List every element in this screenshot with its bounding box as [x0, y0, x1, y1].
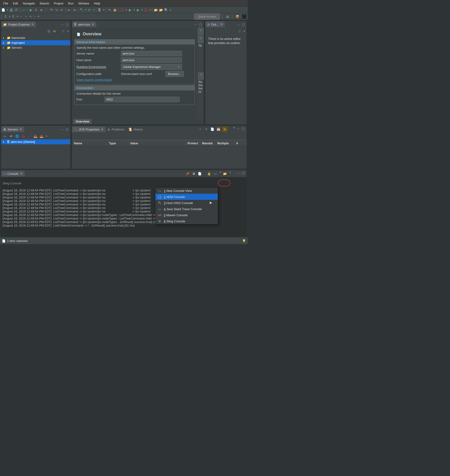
minimize-icon[interactable]: – — [60, 23, 64, 26]
fwd-hist-icon[interactable]: → — [32, 14, 37, 19]
maximize-icon[interactable]: ▢ — [65, 128, 69, 131]
nav-back-icon[interactable]: ⇤ — [67, 8, 71, 12]
globe-icon[interactable]: 🌐 — [15, 134, 19, 138]
stop-icon[interactable]: ■ — [39, 8, 44, 12]
nav-fwd-icon[interactable]: ⇥ — [72, 8, 77, 12]
run-last-icon[interactable]: ▶ — [128, 8, 132, 12]
pin-console-icon[interactable]: 📌 — [185, 171, 190, 176]
terminal-icon[interactable]: ▭ — [21, 8, 26, 12]
task-icon[interactable]: ▦ — [112, 8, 117, 12]
stop-srv-icon[interactable]: ⋰ — [27, 134, 32, 138]
server-item[interactable]: ▸ 🗄 aem-box [Started] — [1, 139, 70, 144]
th-type[interactable]: Type — [107, 141, 128, 145]
save-icon[interactable]: 💾 — [9, 8, 14, 12]
open-folder2-icon[interactable]: 📂 — [159, 8, 163, 12]
maximize-icon[interactable]: ▢ — [65, 23, 69, 26]
close-icon[interactable]: ✕ — [101, 127, 104, 131]
maximize-icon[interactable]: ▢ — [241, 171, 245, 175]
menu-window[interactable]: Window — [76, 2, 91, 5]
page-icon[interactable]: 📄 — [210, 127, 215, 131]
menu-run[interactable]: Run — [66, 2, 76, 5]
close-icon[interactable]: ✕ — [19, 127, 22, 131]
jcr-tab[interactable]: ◯ JCR Properties ✕ — [72, 127, 106, 132]
tip-icon[interactable]: 💡 — [242, 239, 246, 243]
port-input[interactable] — [105, 97, 179, 102]
new-icon[interactable]: 📄 — [1, 8, 6, 12]
menu-search[interactable]: Search — [37, 2, 52, 5]
debug-srv-icon[interactable]: 🐞 — [21, 134, 26, 138]
problems-tab[interactable]: ⚠ Problems — [106, 127, 126, 132]
runtime-link[interactable]: Runtime Environment: — [77, 65, 118, 69]
clear-console-icon[interactable]: 📄 — [197, 171, 202, 176]
build-icon[interactable]: 🔨 — [79, 8, 84, 12]
menu-edit[interactable]: Edit — [11, 2, 20, 5]
side-block[interactable]: ▸ — [198, 36, 204, 43]
ctx-stacktrace-console[interactable]: ▭ 4 Java Stack Trace Console — [155, 206, 218, 212]
th-auto[interactable]: A — [234, 141, 247, 145]
word-wrap-icon[interactable]: ▭ — [213, 171, 218, 176]
th-name[interactable]: Name — [72, 141, 107, 145]
pause-icon[interactable]: ⏸ — [34, 8, 38, 12]
minimize-icon[interactable]: – — [236, 127, 240, 130]
calendar-icon[interactable]: 📅 — [216, 127, 221, 131]
outline-tab[interactable]: ⊞ Out... ✕ — [205, 22, 225, 27]
browse-button[interactable]: Browse... — [166, 71, 184, 77]
ctx-aem-console[interactable]: ◯ 2 AEM Console — [155, 194, 218, 200]
refresh-icon[interactable]: ⟳ — [87, 8, 92, 12]
project-tree[interactable]: ▸📁 blankslate ▸📁 myproject ▸📁 Servers — [1, 35, 70, 51]
search-tool-icon[interactable]: 🔍 — [164, 8, 169, 12]
minimize-icon[interactable]: – — [60, 128, 64, 131]
delete-icon[interactable]: ✕ — [204, 127, 209, 131]
ctx-sling-console[interactable]: ⚙ 6 Sling Console — [155, 218, 218, 224]
menu-help[interactable]: Help — [91, 2, 102, 5]
minimize-icon[interactable]: – — [237, 23, 240, 26]
tree-item-blankslate[interactable]: ▸📁 blankslate — [1, 35, 70, 40]
new-server-icon[interactable]: ▭ — [3, 134, 7, 138]
step-into-icon[interactable]: ↷ — [49, 8, 54, 12]
maximize-icon[interactable]: ▢ — [241, 127, 245, 130]
th-protected[interactable]: Protect — [186, 141, 200, 145]
host-name-input[interactable] — [121, 57, 182, 63]
step-over-icon[interactable]: ↪ — [54, 8, 59, 12]
tree-item-myproject[interactable]: ▸📁 myproject — [1, 40, 70, 45]
close-icon[interactable]: ✕ — [220, 23, 223, 26]
filter-icon[interactable]: ▽ — [61, 29, 66, 34]
add-icon[interactable]: + — [198, 127, 202, 131]
ctx-new-console[interactable]: ▭ 1 New Console View — [155, 188, 218, 194]
step-return-icon[interactable]: ↩ — [59, 8, 64, 12]
disconnect-icon[interactable]: ⋰ — [44, 8, 49, 12]
menu-navigate[interactable]: Navigate — [20, 2, 37, 5]
quick-access-button[interactable]: Quick Access — [194, 14, 220, 19]
collapse-all-icon[interactable]: ⊟ — [46, 29, 51, 34]
perspective-icon[interactable]: 🗂 — [225, 14, 230, 19]
open-folder-icon[interactable]: 📂 — [154, 8, 158, 12]
console-dropdown-icon[interactable]: ▼ — [229, 171, 231, 176]
th-multiple[interactable]: Multiple — [215, 141, 234, 145]
sync-icon[interactable]: ⇄ — [9, 134, 13, 138]
close-icon[interactable]: ✕ — [31, 23, 34, 26]
connection-section-header[interactable]: Connection — [74, 85, 195, 90]
debug-icon[interactable]: 🐞 — [120, 8, 124, 12]
th-value[interactable]: Value — [128, 141, 186, 145]
editor-tab[interactable]: 🗄 aem-box ✕ — [72, 22, 96, 27]
maximize-icon[interactable]: ▢ — [241, 23, 245, 26]
open-perspective-icon[interactable]: 📦 — [235, 14, 240, 19]
menu-project[interactable]: Project — [52, 2, 66, 5]
type-icon[interactable]: ✎ — [107, 8, 112, 12]
filter-icon[interactable]: ▽ — [237, 29, 242, 34]
tree-item-servers[interactable]: ▸📁 Servers — [1, 45, 70, 50]
save-all-icon[interactable]: 🗐 — [14, 8, 19, 12]
next-annot-icon[interactable]: ↧ — [11, 14, 16, 19]
th-mandatory[interactable]: Mandat — [200, 141, 215, 145]
overview-bottom-tab[interactable]: Overview — [73, 119, 92, 124]
ctx-osgi-console[interactable]: 🔌 3 Host OSGi Console — [155, 200, 218, 206]
minimize-icon[interactable]: – — [194, 23, 198, 26]
pin-icon[interactable]: ⇆ — [222, 127, 227, 132]
scroll-lock-icon[interactable]: 🔒 — [207, 171, 211, 176]
back-icon[interactable]: ← — [19, 14, 24, 19]
ctx-maven-console[interactable]: m2 5 Maven Console — [155, 212, 218, 218]
side-block[interactable]: ▾ — [198, 72, 204, 79]
menu-file[interactable]: File — [1, 2, 11, 5]
view-menu-icon[interactable]: ▼ — [233, 127, 235, 132]
new-server-icon[interactable]: 🗄 — [97, 8, 102, 12]
